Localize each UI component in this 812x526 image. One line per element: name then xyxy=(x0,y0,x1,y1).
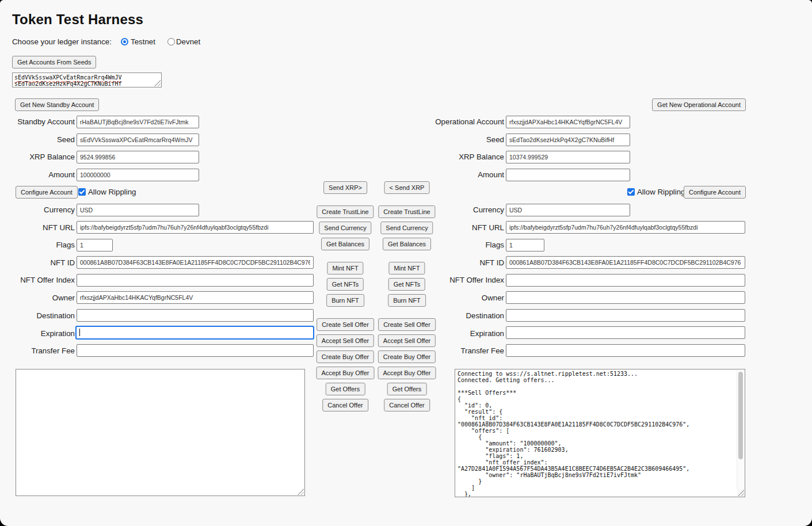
operational-nft-url-input[interactable] xyxy=(506,221,745,234)
operational-amount-input[interactable] xyxy=(506,169,630,181)
operational-results-textarea[interactable]: Connecting to wss://s.altnet.rippletest.… xyxy=(455,369,745,497)
standby-expiration-label: Expiration xyxy=(0,329,75,338)
operational-nft-offer-index-input[interactable] xyxy=(506,274,745,287)
standby-burn-nft-button[interactable]: Burn NFT xyxy=(326,294,364,307)
standby-xrp-balance-input[interactable] xyxy=(77,151,199,163)
standby-nft-offer-index-label: NFT Offer Index xyxy=(0,276,75,284)
operational-nft-id-input[interactable] xyxy=(506,256,745,269)
standby-cancel-offer-button[interactable]: Cancel Offer xyxy=(322,399,368,411)
standby-transfer-fee-label: Transfer Fee xyxy=(0,346,75,355)
token-test-harness-page: Token Test Harness Choose your ledger in… xyxy=(0,0,812,526)
standby-create-trustline-button[interactable]: Create TrustLine xyxy=(317,205,373,218)
standby-flags-label: Flags xyxy=(0,241,75,249)
operational-expiration-label: Expiration xyxy=(372,329,504,338)
get-new-standby-account-button[interactable]: Get New Standby Account xyxy=(15,98,99,111)
scrollbar-track[interactable] xyxy=(737,370,744,489)
operational-allow-rippling-checkbox[interactable] xyxy=(627,188,635,196)
testnet-radio[interactable] xyxy=(121,38,128,45)
operational-flags-input[interactable] xyxy=(506,239,544,251)
send-xrp-to-standby-button[interactable]: < Send XRP xyxy=(384,181,430,194)
operational-amount-label: Amount xyxy=(372,170,504,179)
devnet-radio[interactable] xyxy=(167,38,175,45)
standby-owner-label: Owner xyxy=(0,294,75,302)
operational-seed-label: Seed xyxy=(372,135,504,144)
text-caret xyxy=(79,329,80,336)
standby-nft-url-label: NFT URL xyxy=(0,223,75,232)
standby-accept-sell-offer-button[interactable]: Accept Sell Offer xyxy=(317,334,374,347)
operational-flags-label: Flags xyxy=(372,241,504,249)
standby-allow-rippling-label[interactable]: Allow Rippling xyxy=(88,188,136,196)
operational-get-offers-button[interactable]: Get Offers xyxy=(387,383,427,395)
operational-owner-label: Owner xyxy=(372,294,504,302)
operational-xrp-balance-input[interactable] xyxy=(506,151,630,163)
seed-line-2: sEdTao2dKsezHzkPq4X2gC7KNuBifHf xyxy=(14,81,159,87)
seeds-textarea[interactable]: sEdVVkSsswaXPCvEatRmcarRrq4WmJV sEdTao2d… xyxy=(12,73,162,87)
page-title: Token Test Harness xyxy=(12,12,143,28)
results-log-text: Connecting to wss://s.altnet.rippletest.… xyxy=(455,369,745,497)
operational-seed-input[interactable] xyxy=(506,134,630,146)
operational-transfer-fee-label: Transfer Fee xyxy=(372,346,504,355)
standby-seed-input[interactable] xyxy=(77,134,199,146)
operational-nft-url-label: NFT URL xyxy=(372,223,504,232)
standby-configure-account-button[interactable]: Configure Account xyxy=(16,186,78,199)
standby-nft-offer-index-input[interactable] xyxy=(77,274,314,287)
get-new-operational-account-button[interactable]: Get New Operational Account xyxy=(652,98,746,111)
standby-accept-buy-offer-button[interactable]: Accept Buy Offer xyxy=(317,367,375,379)
standby-nft-id-input[interactable] xyxy=(77,256,314,269)
standby-transfer-fee-input[interactable] xyxy=(77,344,314,357)
operational-allow-rippling-label[interactable]: Allow Rippling xyxy=(637,188,685,196)
standby-currency-input[interactable] xyxy=(77,204,199,216)
operational-expiration-input[interactable] xyxy=(506,326,745,339)
standby-allow-rippling-checkbox[interactable] xyxy=(78,188,86,196)
operational-owner-input[interactable] xyxy=(506,291,745,304)
standby-nft-id-label: NFT ID xyxy=(0,258,75,267)
operational-account-label: Operational Account xyxy=(372,117,504,126)
get-accounts-from-seeds-button[interactable]: Get Accounts From Seeds xyxy=(12,56,96,68)
operational-cancel-offer-button[interactable]: Cancel Offer xyxy=(384,399,430,411)
radio-dot-icon xyxy=(123,40,126,43)
scrollbar-thumb[interactable] xyxy=(738,372,743,459)
standby-xrp-balance-label: XRP Balance xyxy=(0,153,75,161)
testnet-radio-label[interactable]: Testnet xyxy=(131,37,155,46)
standby-get-balances-button[interactable]: Get Balances xyxy=(321,238,369,250)
operational-destination-label: Destination xyxy=(372,311,504,320)
standby-destination-input[interactable] xyxy=(77,309,314,322)
operational-account-input[interactable] xyxy=(506,116,630,128)
operational-currency-label: Currency xyxy=(372,205,504,214)
operational-nft-id-label: NFT ID xyxy=(372,258,504,267)
standby-currency-label: Currency xyxy=(0,205,75,214)
standby-account-input[interactable] xyxy=(77,116,199,128)
standby-destination-label: Destination xyxy=(0,311,75,320)
standby-send-currency-button[interactable]: Send Currency xyxy=(319,222,371,234)
devnet-radio-label[interactable]: Devnet xyxy=(176,37,200,46)
standby-amount-label: Amount xyxy=(0,170,75,179)
operational-transfer-fee-input[interactable] xyxy=(506,344,745,357)
seed-line-1: sEdVVkSsswaXPCvEatRmcarRrq4WmJV xyxy=(14,74,159,81)
ledger-instance-label: Choose your ledger instance: xyxy=(12,37,112,46)
standby-owner-input[interactable] xyxy=(77,291,314,304)
standby-create-buy-offer-button[interactable]: Create Buy Offer xyxy=(317,350,374,363)
standby-nft-url-input[interactable] xyxy=(77,221,314,234)
operational-destination-input[interactable] xyxy=(506,309,745,322)
standby-get-nfts-button[interactable]: Get NFTs xyxy=(327,278,364,291)
operational-configure-account-button[interactable]: Configure Account xyxy=(684,186,746,199)
standby-create-sell-offer-button[interactable]: Create Sell Offer xyxy=(317,318,374,331)
standby-flags-input[interactable] xyxy=(77,239,113,251)
operational-nft-offer-index-label: NFT Offer Index xyxy=(372,276,504,284)
standby-mint-nft-button[interactable]: Mint NFT xyxy=(327,262,363,275)
standby-seed-label: Seed xyxy=(0,135,75,144)
standby-amount-input[interactable] xyxy=(77,169,199,181)
operational-accept-buy-offer-button[interactable]: Accept Buy Offer xyxy=(378,367,436,379)
standby-account-label: Standby Account xyxy=(0,117,75,126)
operational-xrp-balance-label: XRP Balance xyxy=(372,153,504,161)
standby-results-textarea[interactable] xyxy=(16,369,305,496)
send-xrp-to-operational-button[interactable]: Send XRP> xyxy=(323,181,367,194)
operational-currency-input[interactable] xyxy=(506,204,630,216)
standby-get-offers-button[interactable]: Get Offers xyxy=(326,383,365,395)
standby-expiration-input[interactable] xyxy=(76,326,314,339)
